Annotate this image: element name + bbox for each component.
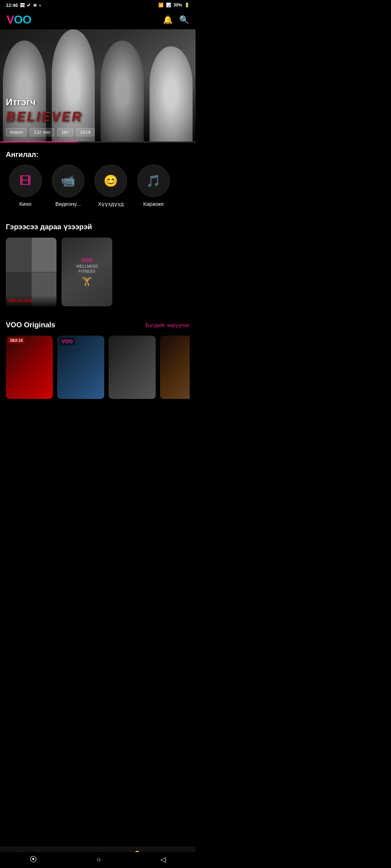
original-card-1[interactable]: SEX:18 bbox=[6, 336, 53, 399]
hero-title-english: BELIEVER bbox=[6, 109, 190, 124]
card-title-believer: BELIEVER bbox=[9, 298, 54, 303]
kids-icon: 😊 bbox=[104, 174, 118, 188]
originals-title: VOO Originals bbox=[6, 321, 55, 329]
film-icon: 🎞 bbox=[20, 174, 31, 188]
orig-badge-2: VOO bbox=[59, 338, 75, 345]
wellness-icon: 🏋️ bbox=[81, 277, 92, 287]
tag-rating: 16+ bbox=[57, 128, 73, 136]
karaoke-label: Карaоке bbox=[143, 201, 164, 207]
movies-label: Кино bbox=[19, 201, 31, 207]
card-overlay-believer: BELIEVER bbox=[6, 295, 56, 306]
logo-v: V bbox=[7, 13, 14, 26]
search-icon[interactable]: 🔍 bbox=[179, 15, 189, 25]
progress-fill bbox=[0, 141, 78, 142]
status-photo-icon: 🖼 bbox=[20, 3, 25, 8]
originals-header: VOO Originals Бүгдийг харуулах bbox=[6, 321, 190, 329]
battery-text: 30% bbox=[173, 3, 182, 8]
wellness-card-inner: VOO WELLNESSFITNESS 🏋️ bbox=[62, 238, 112, 306]
originals-list: SEX:18 VOO bbox=[6, 336, 190, 402]
status-right: 📶 📊 30% 🔋 bbox=[158, 3, 190, 8]
header-actions: 🔔 🔍 bbox=[163, 15, 189, 25]
wellness-voo-logo: VOO bbox=[81, 257, 92, 263]
notification-icon[interactable]: 🔔 bbox=[163, 15, 173, 25]
watch-later-header: Гэрээсээ дараа үзээрэй bbox=[6, 222, 190, 231]
originals-view-all[interactable]: Бүгдийг харуулах bbox=[146, 322, 190, 328]
original-card-3[interactable] bbox=[109, 336, 156, 399]
tag-duration: 132 min bbox=[30, 128, 54, 136]
categories-section: Ангилал: 🎞 Кино 📹 Видеону... 😊 Хүүхдүүд bbox=[0, 142, 196, 214]
wifi-icon: 📶 bbox=[158, 3, 164, 8]
card-fig-1 bbox=[6, 238, 31, 272]
hero-tags: Action 132 min 16+ 2018 bbox=[6, 128, 190, 136]
videos-icon-circle: 📹 bbox=[52, 165, 84, 197]
watch-later-section: Гэрээсээ дараа үзээрэй BELIEVER VOO bbox=[0, 214, 196, 313]
watch-later-list: BELIEVER VOO WELLNESSFITNESS 🏋️ bbox=[6, 238, 190, 309]
kids-icon-circle: 😊 bbox=[94, 165, 127, 197]
category-kids[interactable]: 😊 Хүүхдүүд bbox=[93, 165, 129, 207]
video-icon: 📹 bbox=[61, 174, 75, 188]
app-header: VOO 🔔 🔍 bbox=[0, 10, 196, 29]
orig-badge-1: SEX:18 bbox=[8, 338, 25, 343]
tag-year: 2018 bbox=[76, 128, 94, 136]
battery-icon: 🔋 bbox=[184, 3, 190, 8]
status-check-icon: ✔ bbox=[27, 3, 31, 8]
card-fig-2 bbox=[31, 238, 57, 272]
kids-label: Хүүхдүүд bbox=[98, 201, 123, 207]
signal-icon: 📊 bbox=[166, 3, 171, 8]
main-content: Итгэгч BELIEVER Action 132 min 16+ 2018 … bbox=[0, 29, 196, 449]
category-movies[interactable]: 🎞 Кино bbox=[7, 165, 43, 207]
category-videos[interactable]: 📹 Видеону... bbox=[50, 165, 86, 207]
progress-bar bbox=[0, 141, 196, 142]
status-time: 12:46 bbox=[6, 3, 18, 8]
status-left: 12:46 🖼 ✔ ≋ • bbox=[6, 3, 41, 8]
hero-content: Итгэгч BELIEVER Action 132 min 16+ 2018 bbox=[0, 92, 196, 141]
wellness-label: WELLNESSFITNESS bbox=[76, 264, 98, 274]
status-bar: 12:46 🖼 ✔ ≋ • 📶 📊 30% 🔋 bbox=[0, 0, 196, 10]
status-signal-icon: ≋ bbox=[33, 3, 37, 8]
original-card-4[interactable] bbox=[160, 336, 190, 399]
watch-later-title: Гэрээсээ дараа үзээрэй bbox=[6, 222, 92, 231]
music-icon: 🎵 bbox=[146, 174, 161, 188]
category-karaoke[interactable]: 🎵 Карaоке bbox=[135, 165, 172, 207]
categories-title: Ангилал: bbox=[6, 150, 190, 159]
original-card-2[interactable]: VOO bbox=[57, 336, 104, 399]
app-logo: VOO bbox=[7, 13, 31, 26]
hero-title-mongolian: Итгэгч bbox=[6, 97, 190, 108]
watch-card-wellness[interactable]: VOO WELLNESSFITNESS 🏋️ bbox=[62, 238, 112, 306]
originals-section: VOO Originals Бүгдийг харуулах SEX:18 VO… bbox=[0, 313, 196, 405]
tag-genre: Action bbox=[6, 128, 27, 136]
movies-icon-circle: 🎞 bbox=[9, 165, 42, 197]
hero-banner[interactable]: Итгэгч BELIEVER Action 132 min 16+ 2018 bbox=[0, 29, 196, 141]
logo-oo: OO bbox=[14, 13, 31, 26]
categories-list: 🎞 Кино 📹 Видеону... 😊 Хүүхдүүд 🎵 bbox=[6, 165, 190, 211]
karaoke-icon-circle: 🎵 bbox=[137, 165, 170, 197]
videos-label: Видеону... bbox=[55, 201, 81, 207]
status-dot: • bbox=[39, 3, 41, 8]
watch-card-believer[interactable]: BELIEVER bbox=[6, 238, 56, 306]
